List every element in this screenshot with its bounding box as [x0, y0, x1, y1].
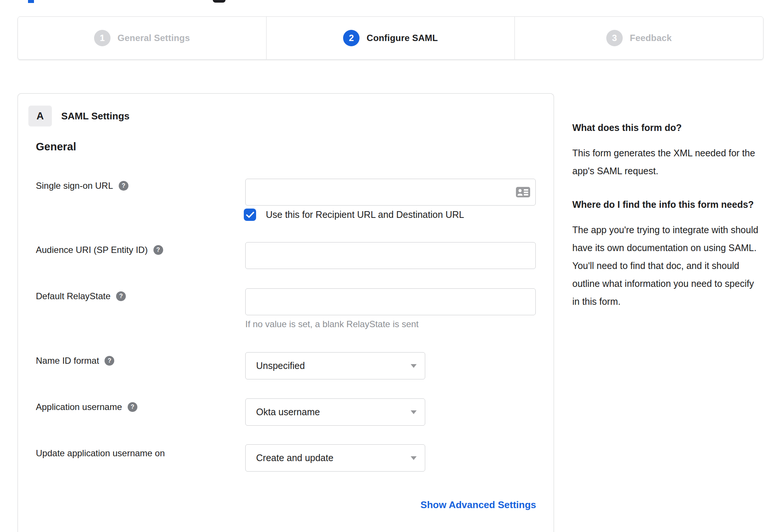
update-username-on-label-text: Update application username on — [36, 448, 165, 459]
single-sign-on-url-label: Single sign-on URL ? — [36, 181, 128, 191]
section-title: SAML Settings — [61, 110, 130, 122]
update-username-on-select[interactable]: Create and update — [245, 444, 425, 472]
update-username-on-value: Create and update — [256, 453, 333, 463]
wizard-stepper: 1 General Settings 2 Configure SAML 3 Fe… — [18, 16, 763, 60]
default-relaystate-label: Default RelayState ? — [36, 291, 126, 301]
step-1-circle: 1 — [94, 30, 111, 46]
help-icon[interactable]: ? — [153, 245, 163, 255]
application-username-label-text: Application username — [36, 402, 122, 412]
step-2-label: Configure SAML — [367, 33, 438, 43]
sidebar-heading-what: What does this form do? — [572, 120, 761, 135]
default-relaystate-label-text: Default RelayState — [36, 291, 111, 301]
single-sign-on-url-input-wrap — [245, 179, 536, 206]
step-3-circle: 3 — [606, 30, 623, 46]
single-sign-on-url-label-text: Single sign-on URL — [36, 181, 113, 191]
single-sign-on-url-input[interactable] — [245, 179, 536, 206]
cropped-header-logo-fragment — [213, 0, 225, 3]
audience-uri-label-text: Audience URI (SP Entity ID) — [36, 245, 148, 255]
saml-settings-card: A SAML Settings General Single sign-on U… — [18, 93, 554, 532]
help-sidebar: What does this form do? This form genera… — [572, 120, 761, 328]
sidebar-body-what: This form generates the XML needed for t… — [572, 144, 761, 180]
help-icon[interactable]: ? — [119, 181, 128, 191]
name-id-format-label: Name ID format ? — [36, 356, 114, 366]
checkmark-icon — [246, 212, 254, 218]
sidebar-heading-where: Where do I find the info this form needs… — [572, 197, 761, 212]
caret-down-icon — [411, 410, 417, 414]
default-relaystate-input[interactable] — [245, 288, 536, 315]
application-username-select[interactable]: Okta username — [245, 398, 425, 426]
group-title-general: General — [36, 141, 76, 153]
application-username-label: Application username ? — [36, 402, 137, 412]
help-icon[interactable]: ? — [116, 291, 126, 301]
update-username-on-label: Update application username on — [36, 448, 165, 459]
step-2-circle: 2 — [343, 30, 360, 46]
relaystate-hint: If no value is set, a blank RelayState i… — [245, 319, 418, 329]
show-advanced-settings-link[interactable]: Show Advanced Settings — [420, 499, 536, 511]
help-icon[interactable]: ? — [128, 402, 137, 412]
step-feedback[interactable]: 3 Feedback — [514, 17, 763, 59]
step-configure-saml[interactable]: 2 Configure SAML — [266, 17, 515, 59]
recipient-url-checkbox[interactable] — [244, 209, 256, 221]
audience-uri-label: Audience URI (SP Entity ID) ? — [36, 245, 163, 255]
step-1-label: General Settings — [118, 33, 190, 43]
caret-down-icon — [411, 456, 417, 460]
section-a-badge: A — [28, 106, 52, 126]
recipient-url-checkbox-label[interactable]: Use this for Recipient URL and Destinati… — [266, 209, 464, 220]
cropped-header-blue-fragment — [28, 0, 34, 3]
recipient-url-checkbox-row: Use this for Recipient URL and Destinati… — [244, 209, 464, 221]
name-id-format-value: Unspecified — [256, 360, 305, 371]
application-username-value: Okta username — [256, 407, 320, 417]
step-3-label: Feedback — [630, 33, 672, 43]
name-id-format-label-text: Name ID format — [36, 356, 99, 366]
name-id-format-select[interactable]: Unspecified — [245, 352, 425, 379]
caret-down-icon — [411, 364, 417, 368]
audience-uri-input[interactable] — [245, 242, 536, 269]
configure-saml-page: 1 General Settings 2 Configure SAML 3 Fe… — [0, 0, 781, 532]
step-general-settings[interactable]: 1 General Settings — [18, 17, 266, 59]
help-icon[interactable]: ? — [105, 356, 114, 366]
sidebar-body-where: The app you're trying to integrate with … — [572, 221, 761, 310]
contact-card-icon — [516, 187, 530, 198]
